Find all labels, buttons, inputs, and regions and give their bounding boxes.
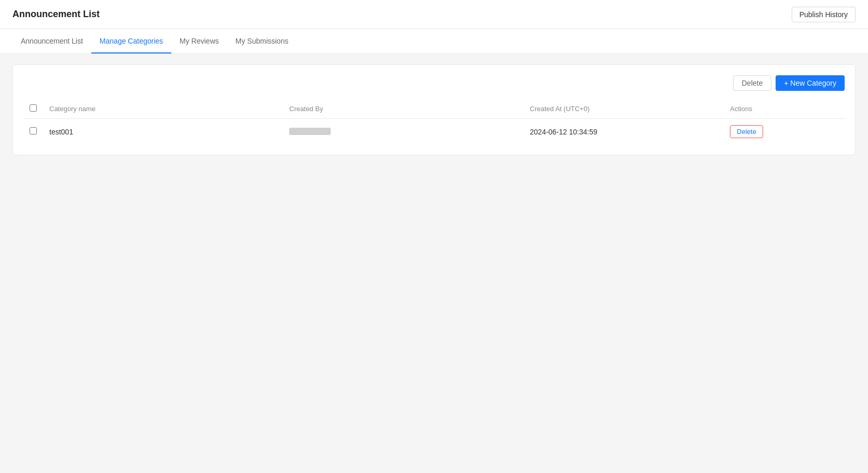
row-checkbox[interactable]	[30, 127, 37, 134]
tab-my-reviews[interactable]: My Reviews	[171, 30, 227, 53]
page-header: Announcement List Publish History	[0, 0, 868, 29]
cell-created-by	[283, 119, 523, 145]
bulk-delete-button[interactable]: Delete	[733, 75, 771, 91]
cell-actions: Delete	[724, 119, 845, 145]
categories-card: Delete + New Category Category name Crea…	[12, 64, 856, 155]
row-delete-button[interactable]: Delete	[730, 125, 763, 138]
row-checkbox-cell	[23, 119, 43, 145]
table-header-row: Category name Created By Created At (UTC…	[23, 99, 845, 119]
tab-announcement-list[interactable]: Announcement List	[12, 30, 91, 53]
table-body: test001 2024-06-12 10:34:59 Delete	[23, 119, 845, 145]
page-title: Announcement List	[12, 9, 100, 20]
col-header-created-at: Created At (UTC+0)	[524, 99, 724, 119]
table-row: test001 2024-06-12 10:34:59 Delete	[23, 119, 845, 145]
card-toolbar: Delete + New Category	[23, 75, 845, 91]
tab-manage-categories[interactable]: Manage Categories	[91, 30, 171, 53]
tab-my-submissions[interactable]: My Submissions	[227, 30, 297, 53]
col-header-actions: Actions	[724, 99, 845, 119]
publish-history-button[interactable]: Publish History	[792, 7, 856, 22]
cell-created-at: 2024-06-12 10:34:59	[524, 119, 724, 145]
navigation-tabs: Announcement List Manage Categories My R…	[0, 29, 868, 54]
select-all-checkbox[interactable]	[30, 104, 37, 112]
cell-category-name: test001	[43, 119, 283, 145]
categories-table: Category name Created By Created At (UTC…	[23, 99, 845, 144]
new-category-button[interactable]: + New Category	[776, 75, 845, 91]
header-checkbox-col	[23, 99, 43, 119]
created-by-blurred	[289, 128, 331, 135]
col-header-category-name: Category name	[43, 99, 283, 119]
main-content: Delete + New Category Category name Crea…	[0, 54, 868, 166]
col-header-created-by: Created By	[283, 99, 523, 119]
